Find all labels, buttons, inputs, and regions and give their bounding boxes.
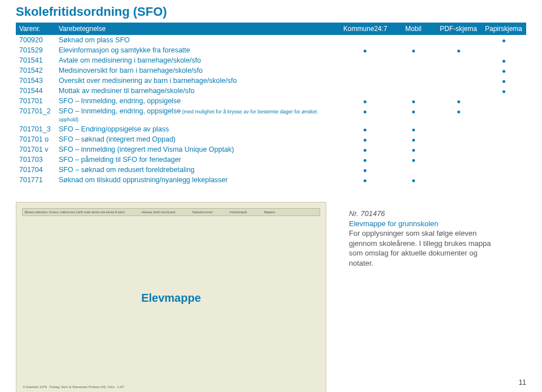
dot-icon bbox=[364, 179, 366, 182]
cell-note: (med mulighet for å krysse av for bestem… bbox=[59, 109, 317, 122]
header-varebetegnelse: Varebetegnelse bbox=[55, 23, 340, 35]
product-body: For opplysninger som skal følge eleven g… bbox=[349, 228, 496, 268]
cell-dot bbox=[436, 45, 481, 55]
cell-dot bbox=[340, 96, 391, 106]
cell-dot bbox=[391, 144, 436, 155]
cell-varebetegnelse: SFO – søknad om redusert foreldrebetalin… bbox=[55, 165, 340, 175]
folder-card: Elevens etternavn, fornavn, mellomnavn (… bbox=[16, 202, 326, 392]
cell-varenr: 701703 bbox=[16, 155, 55, 165]
dot-icon bbox=[502, 80, 505, 83]
table-row: 701542Medisinoversikt for barn i barneha… bbox=[16, 65, 526, 76]
dot-icon bbox=[502, 60, 505, 63]
dot-icon bbox=[412, 159, 415, 162]
cell-dot bbox=[391, 45, 436, 55]
cell-dot bbox=[391, 165, 436, 175]
cell-dot bbox=[436, 155, 481, 165]
table-row: 701541Avtale om medisinering i barnehage… bbox=[16, 55, 526, 65]
product-title: Elevmappe for grunnskolen bbox=[349, 219, 496, 229]
cell-dot bbox=[391, 175, 436, 185]
dot-icon bbox=[457, 100, 460, 103]
table-row: 701701 vSFO – innmelding (integrert med … bbox=[16, 144, 526, 155]
table-row: 701543Oversikt over medisinering av barn… bbox=[16, 76, 526, 86]
cell-dot bbox=[436, 55, 481, 65]
cell-varebetegnelse: Søknad om tilskudd opprustning/nyanlegg … bbox=[55, 175, 340, 185]
dot-icon bbox=[412, 111, 415, 113]
dot-icon bbox=[364, 169, 366, 172]
table-row: 701701 oSFO – søknad (integrert med Oppa… bbox=[16, 134, 526, 144]
strip-r3-label: Mappenr. bbox=[264, 210, 276, 214]
dot-icon bbox=[364, 139, 366, 142]
dot-icon bbox=[457, 50, 460, 52]
dot-icon bbox=[412, 100, 415, 103]
cell-varenr: 701701_3 bbox=[16, 124, 55, 134]
cell-varenr: 701542 bbox=[16, 65, 55, 76]
cell-varenr: 700920 bbox=[16, 35, 55, 45]
cell-dot bbox=[391, 155, 436, 165]
cell-dot bbox=[436, 96, 481, 106]
dot-icon bbox=[364, 159, 366, 162]
cell-varenr: 701544 bbox=[16, 86, 55, 96]
table-row: 701704SFO – søknad om redusert foreldreb… bbox=[16, 165, 526, 175]
cell-dot bbox=[481, 134, 526, 144]
table-row: 701544Mottak av medisiner til barnehage/… bbox=[16, 86, 526, 96]
cell-varebetegnelse: Avtale om medisinering i barnehage/skole… bbox=[55, 55, 340, 65]
cell-varenr: 701701 v bbox=[16, 144, 55, 155]
cell-dot bbox=[481, 55, 526, 65]
cell-varenr: 701701 bbox=[16, 96, 55, 106]
table-row: 701701_3SFO – Endring/oppsigelse av plas… bbox=[16, 124, 526, 134]
cell-varebetegnelse: Søknad om plass SFO bbox=[55, 35, 340, 45]
cell-varenr: 701529 bbox=[16, 45, 55, 55]
cell-dot bbox=[340, 144, 391, 155]
cell-dot bbox=[481, 175, 526, 185]
table-row: 701771Søknad om tilskudd opprustning/nya… bbox=[16, 175, 526, 185]
dot-icon bbox=[502, 90, 505, 93]
cell-dot bbox=[481, 76, 526, 86]
cell-dot bbox=[340, 35, 391, 45]
header-mobil: Mobil bbox=[391, 23, 436, 35]
cell-varenr: 701541 bbox=[16, 55, 55, 65]
dot-icon bbox=[364, 50, 366, 52]
dot-icon bbox=[457, 111, 460, 113]
cell-varebetegnelse: SFO – Innmelding, endring, oppsigelse bbox=[55, 96, 340, 106]
cell-dot bbox=[391, 106, 436, 124]
cell-varenr: 701701 o bbox=[16, 134, 55, 144]
table-header-row: Varenr. Varebetegnelse Kommune24:7 Mobil… bbox=[16, 23, 526, 35]
cell-dot bbox=[436, 65, 481, 76]
cell-dot bbox=[391, 65, 436, 76]
strip-r1-label: Fødselsnummer bbox=[193, 210, 213, 214]
cell-dot bbox=[481, 45, 526, 55]
cell-dot bbox=[340, 124, 391, 134]
section-title: Skolefritidsordning (SFO) bbox=[16, 5, 526, 19]
cell-dot bbox=[340, 45, 391, 55]
cell-dot bbox=[436, 86, 481, 96]
cell-dot bbox=[391, 86, 436, 96]
dot-icon bbox=[502, 70, 505, 73]
lower-section: Elevens etternavn, fornavn, mellomnavn (… bbox=[16, 202, 526, 392]
cell-dot bbox=[481, 144, 526, 155]
cell-dot bbox=[481, 65, 526, 76]
cell-varenr: 701543 bbox=[16, 76, 55, 86]
dot-icon bbox=[412, 149, 415, 152]
cell-dot bbox=[436, 124, 481, 134]
cell-dot bbox=[436, 106, 481, 124]
cell-dot bbox=[436, 76, 481, 86]
folder-top-strip: Elevens etternavn, fornavn, mellomnavn (… bbox=[22, 208, 320, 216]
cell-dot bbox=[391, 96, 436, 106]
folder-footer-note: K-blankett 1476 · Forlag: Sem & Stenerse… bbox=[23, 385, 124, 389]
dot-icon bbox=[412, 50, 415, 52]
product-table: Varenr. Varebetegnelse Kommune24:7 Mobil… bbox=[16, 23, 526, 185]
header-pdf: PDF-skjema bbox=[436, 23, 481, 35]
cell-dot bbox=[340, 165, 391, 175]
cell-dot bbox=[436, 144, 481, 155]
cell-dot bbox=[340, 65, 391, 76]
table-row: 701701SFO – Innmelding, endring, oppsige… bbox=[16, 96, 526, 106]
dot-icon bbox=[364, 100, 366, 103]
cell-dot bbox=[436, 35, 481, 45]
table-row: 701701_2SFO – Innmelding, endring, oppsi… bbox=[16, 106, 526, 124]
cell-varebetegnelse: SFO – innmelding (integrert med Visma Un… bbox=[55, 144, 340, 155]
strip-r2-label: Innskrivingsår bbox=[230, 210, 247, 214]
cell-dot bbox=[340, 106, 391, 124]
dot-icon bbox=[412, 139, 415, 142]
header-papir: Papirskjema bbox=[481, 23, 526, 35]
cell-dot bbox=[481, 165, 526, 175]
